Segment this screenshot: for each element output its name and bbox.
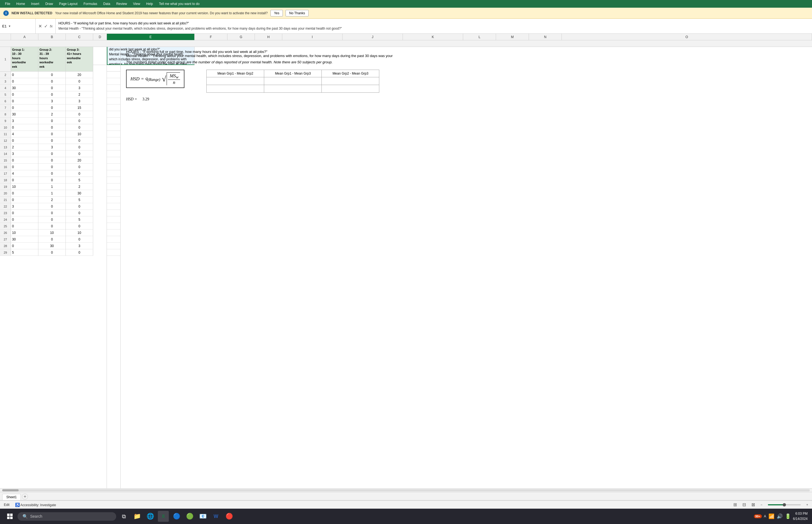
list-item[interactable]	[107, 118, 120, 124]
col-header-o[interactable]: O	[562, 34, 812, 40]
list-item[interactable]: 0	[11, 157, 38, 164]
list-item[interactable]: 2	[38, 197, 66, 203]
list-item[interactable]: 0	[38, 210, 66, 216]
cancel-formula-icon[interactable]: ✕	[38, 23, 42, 29]
list-item[interactable]: 10	[66, 131, 93, 137]
system-clock[interactable]: 6:03 PM 6/14/2024	[793, 511, 808, 522]
list-item[interactable]: 0	[11, 164, 38, 170]
page-layout-icon[interactable]: ⊟	[742, 502, 746, 507]
page-break-icon[interactable]: ⊠	[751, 502, 755, 507]
col-header-f[interactable]: F	[194, 34, 227, 40]
list-item[interactable]: 1	[38, 183, 66, 190]
list-item[interactable]: 2	[11, 144, 38, 150]
list-item[interactable]: 0	[38, 164, 66, 170]
list-item[interactable]: 0	[66, 210, 93, 216]
list-item[interactable]: 0	[66, 249, 93, 256]
list-item[interactable]: 0	[38, 249, 66, 256]
taskbar-chrome[interactable]: 🟢	[184, 511, 195, 522]
col-header-l[interactable]: L	[463, 34, 496, 40]
zoom-out-icon[interactable]: −	[760, 503, 762, 507]
list-item[interactable]: 0	[11, 177, 38, 183]
list-item[interactable]: 20	[66, 71, 93, 78]
list-item[interactable]: 0	[66, 137, 93, 144]
battery-icon[interactable]: 🔋	[785, 513, 791, 519]
list-item[interactable]: 0	[38, 157, 66, 164]
yes-button[interactable]: Yes	[270, 10, 283, 16]
list-item[interactable]: 5	[66, 216, 93, 223]
list-item[interactable]: 0	[66, 118, 93, 124]
col-header-b[interactable]: B	[38, 34, 66, 40]
list-item[interactable]: 3	[11, 203, 38, 210]
taskbar-search-bar[interactable]: 🔍 Search	[18, 512, 116, 521]
list-item[interactable]: 0	[38, 124, 66, 131]
list-item[interactable]: 3	[11, 118, 38, 124]
col-header-m[interactable]: M	[496, 34, 529, 40]
cell-a1-data[interactable]: Group 1:10 - 30hoursworked/week	[11, 47, 38, 71]
comp-cell-r1c1[interactable]	[207, 77, 264, 85]
list-item[interactable]: 0	[38, 216, 66, 223]
menu-home[interactable]: Home	[13, 1, 28, 7]
comp-cell-r1c3[interactable]	[322, 77, 379, 85]
list-item[interactable]	[107, 164, 120, 170]
list-item[interactable]: 0	[11, 71, 38, 78]
list-item[interactable]: 0	[38, 177, 66, 183]
list-item[interactable]: 0	[11, 197, 38, 203]
list-item[interactable]: 0	[38, 131, 66, 137]
menu-formulas[interactable]: Formulas	[81, 1, 100, 7]
add-sheet-button[interactable]: +	[22, 494, 28, 500]
list-item[interactable]: 30	[11, 85, 38, 91]
list-item[interactable]: 10	[38, 230, 66, 236]
col-header-i[interactable]: I	[282, 34, 342, 40]
list-item[interactable]: 0	[11, 190, 38, 197]
list-item[interactable]	[107, 183, 120, 190]
comp-cell-r2c1[interactable]	[207, 85, 264, 93]
list-item[interactable]: 0	[11, 124, 38, 131]
no-thanks-button[interactable]: No Thanks	[286, 10, 308, 16]
zoom-slider[interactable]	[768, 504, 801, 505]
col-header-c[interactable]: C	[66, 34, 93, 40]
list-item[interactable]: 0	[66, 144, 93, 150]
col-header-k[interactable]: K	[403, 34, 463, 40]
list-item[interactable]: 0	[66, 170, 93, 177]
list-item[interactable]	[107, 144, 120, 150]
list-item[interactable]	[107, 216, 120, 223]
list-item[interactable]	[107, 249, 120, 256]
list-item[interactable]: 10	[66, 230, 93, 236]
taskbar-browser[interactable]: 🌐	[145, 511, 156, 522]
cell-b1-data[interactable]: Group 2:31 - 39hoursworked/week	[38, 47, 66, 71]
list-item[interactable]: 0	[38, 71, 66, 78]
menu-pagelayout[interactable]: Page Layout	[56, 1, 80, 7]
list-item[interactable]	[107, 124, 120, 131]
col-header-e[interactable]: E	[107, 34, 194, 40]
list-item[interactable]: 3	[38, 98, 66, 104]
taskbar-excel[interactable]: X	[158, 511, 169, 522]
list-item[interactable]: 3	[38, 144, 66, 150]
list-item[interactable]: 4	[11, 170, 38, 177]
list-item[interactable]: 2	[66, 91, 93, 98]
sheet-tab-sheet1[interactable]: Sheet1	[2, 494, 21, 500]
list-item[interactable]	[107, 223, 120, 230]
list-item[interactable]: 0	[11, 91, 38, 98]
list-item[interactable]: 5	[66, 197, 93, 203]
list-item[interactable]: 0	[66, 111, 93, 118]
list-item[interactable]: 0	[11, 210, 38, 216]
menu-tellme[interactable]: Tell me what you want to do	[156, 1, 202, 7]
col-header-g[interactable]: G	[227, 34, 255, 40]
menu-file[interactable]: File	[2, 1, 13, 7]
list-item[interactable]: 0	[38, 170, 66, 177]
list-item[interactable]: 0	[66, 150, 93, 157]
cell-reference-box[interactable]: E1 ▼	[0, 19, 36, 33]
comp-cell-r2c3[interactable]	[322, 85, 379, 93]
list-item[interactable]: 0	[11, 216, 38, 223]
list-item[interactable]: 0	[66, 236, 93, 243]
list-item[interactable]: 0	[38, 203, 66, 210]
menu-insert[interactable]: Insert	[28, 1, 42, 7]
normal-view-icon[interactable]: ⊞	[733, 502, 737, 507]
list-item[interactable]: 30	[11, 111, 38, 118]
list-item[interactable]: 0	[38, 223, 66, 230]
taskbar-office[interactable]: 🔴	[224, 511, 235, 522]
list-item[interactable]	[107, 203, 120, 210]
list-item[interactable]	[107, 104, 120, 111]
list-item[interactable]	[107, 111, 120, 118]
fx-icon[interactable]: fx	[50, 24, 53, 28]
